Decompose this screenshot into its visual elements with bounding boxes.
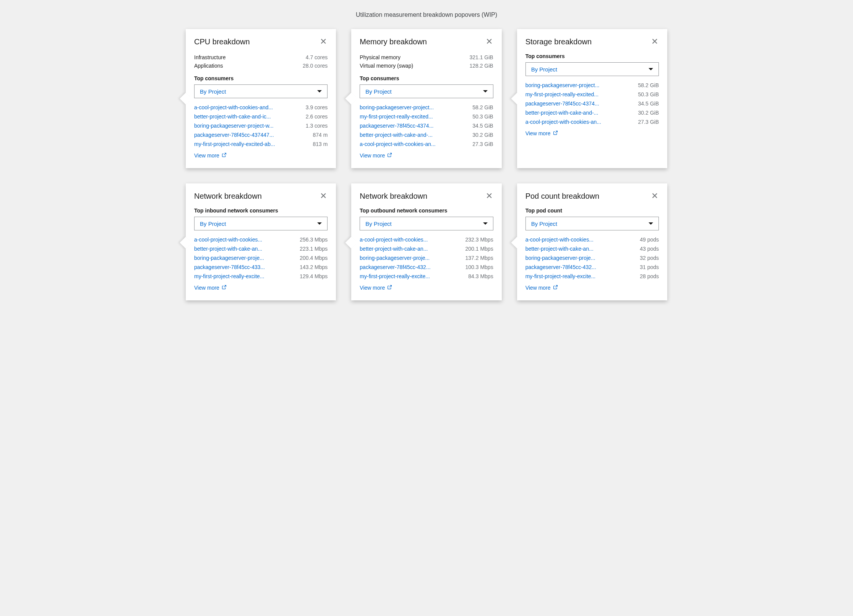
consumer-link[interactable]: a-cool-project-with-cookies... xyxy=(360,237,461,243)
group-by-select[interactable]: By Project xyxy=(194,84,328,98)
consumer-value: 84.3 Mbps xyxy=(468,273,493,279)
consumer-link[interactable]: my-first-project-really-excite... xyxy=(360,273,464,279)
group-by-select[interactable]: By Project xyxy=(525,217,659,230)
consumer-row: better-project-with-cake-and-...30.2 GiB xyxy=(360,130,493,139)
view-more-link[interactable]: View more xyxy=(194,285,227,291)
summary-label: Physical memory xyxy=(360,54,401,60)
consumer-value: 58.2 GiB xyxy=(638,82,659,88)
consumer-link[interactable]: a-cool-project-with-cookies-and... xyxy=(194,104,302,110)
summary-label: Applications xyxy=(194,63,223,69)
section-label: Top consumers xyxy=(194,75,328,81)
consumer-value: 58.2 GiB xyxy=(472,104,493,110)
popover-grid: CPU breakdown✕Infrastructure4.7 coresApp… xyxy=(186,29,667,300)
consumer-value: 232.3 Mbps xyxy=(465,237,493,243)
summary-label: Virtual memory (swap) xyxy=(360,63,413,69)
popover-storage: Storage breakdown✕Top consumersBy Projec… xyxy=(517,29,667,168)
close-icon[interactable]: ✕ xyxy=(650,37,659,46)
consumer-link[interactable]: packageserver-78f45cc-4374... xyxy=(525,101,634,107)
consumer-link[interactable]: packageserver-78f45cc-432... xyxy=(360,264,461,270)
external-link-icon xyxy=(222,152,227,159)
consumer-value: 223.1 Mbps xyxy=(300,246,328,252)
consumer-value: 28 pods xyxy=(640,273,659,279)
view-more-link[interactable]: View more xyxy=(194,152,227,159)
consumer-row: packageserver-78f45cc-4374...34.5 GiB xyxy=(360,121,493,130)
consumer-link[interactable]: packageserver-78f45cc-432... xyxy=(525,264,636,270)
consumer-link[interactable]: my-first-project-really-excited-ab... xyxy=(194,141,309,147)
summary-row: Virtual memory (swap)128.2 GiB xyxy=(360,62,493,70)
consumer-link[interactable]: my-first-project-really-excite... xyxy=(194,273,296,279)
consumer-value: 256.3 Mbps xyxy=(300,237,328,243)
consumer-value: 49 pods xyxy=(640,237,659,243)
consumer-row: boring-packageserver-proje...32 pods xyxy=(525,253,659,263)
close-icon[interactable]: ✕ xyxy=(319,37,328,46)
consumer-link[interactable]: packageserver-78f45cc-4374... xyxy=(360,123,469,129)
consumer-link[interactable]: boring-packageserver-proje... xyxy=(525,255,636,261)
view-more-link[interactable]: View more xyxy=(525,285,558,291)
chevron-down-icon xyxy=(483,90,488,92)
consumer-link[interactable]: better-project-with-cake-and-... xyxy=(360,132,469,138)
consumer-row: packageserver-78f45cc-432...100.3 Mbps xyxy=(360,263,493,272)
view-more-label: View more xyxy=(360,152,385,159)
consumer-link[interactable]: my-first-project-really-excite... xyxy=(525,273,636,279)
popover-memory: Memory breakdown✕Physical memory321.1 Gi… xyxy=(351,29,501,168)
consumer-link[interactable]: better-project-with-cake-an... xyxy=(194,246,296,252)
consumer-row: packageserver-78f45cc-437447...874 m xyxy=(194,130,328,139)
popover-net-in: Network breakdown✕Top inbound network co… xyxy=(186,183,336,300)
group-by-select[interactable]: By Project xyxy=(194,217,328,230)
consumer-link[interactable]: my-first-project-really-excited... xyxy=(360,113,469,120)
consumer-link[interactable]: a-cool-project-with-cookies-an... xyxy=(525,119,634,125)
select-label: By Project xyxy=(200,220,226,227)
card-header: CPU breakdown✕ xyxy=(194,37,328,46)
view-more-link[interactable]: View more xyxy=(360,152,392,159)
consumer-value: 143.2 Mbps xyxy=(300,264,328,270)
view-more-link[interactable]: View more xyxy=(525,130,558,136)
consumer-link[interactable]: boring-packageserver-proje... xyxy=(194,255,296,261)
consumer-row: packageserver-78f45cc-432...31 pods xyxy=(525,263,659,272)
consumer-link[interactable]: boring-packageserver-project... xyxy=(360,104,469,110)
external-link-icon xyxy=(553,285,558,291)
select-label: By Project xyxy=(365,88,391,95)
close-icon[interactable]: ✕ xyxy=(319,192,328,200)
summary-value: 4.7 cores xyxy=(306,54,328,60)
consumer-link[interactable]: boring-packageserver-project... xyxy=(525,82,634,88)
consumer-link[interactable]: better-project-with-cake-and-... xyxy=(525,110,634,116)
consumer-value: 34.5 GiB xyxy=(472,123,493,129)
view-more-label: View more xyxy=(194,285,219,291)
consumer-link[interactable]: better-project-with-cake-an... xyxy=(525,246,636,252)
group-by-select[interactable]: By Project xyxy=(360,217,493,230)
consumer-row: better-project-with-cake-an...200.1 Mbps xyxy=(360,244,493,253)
card-header: Network breakdown✕ xyxy=(360,192,493,201)
consumer-row: a-cool-project-with-cookies-an...27.3 Gi… xyxy=(360,139,493,149)
consumer-link[interactable]: a-cool-project-with-cookies... xyxy=(525,237,636,243)
consumer-link[interactable]: packageserver-78f45cc-433... xyxy=(194,264,296,270)
consumer-link[interactable]: a-cool-project-with-cookies-an... xyxy=(360,141,469,147)
close-icon[interactable]: ✕ xyxy=(485,192,493,200)
consumer-value: 30.2 GiB xyxy=(472,132,493,138)
consumer-link[interactable]: boring-packageserver-project-w... xyxy=(194,123,302,129)
consumer-row: my-first-project-really-excited-ab...813… xyxy=(194,139,328,149)
view-more-link[interactable]: View more xyxy=(360,285,392,291)
external-link-icon xyxy=(222,285,227,291)
consumer-link[interactable]: a-cool-project-with-cookies... xyxy=(194,237,296,243)
popover-net-out: Network breakdown✕Top outbound network c… xyxy=(351,183,501,300)
summary-row: Infrastructure4.7 cores xyxy=(194,53,328,62)
card-title: Pod count breakdown xyxy=(525,192,599,201)
consumer-value: 2.6 cores xyxy=(306,113,328,120)
consumer-link[interactable]: boring-packageserver-proje... xyxy=(360,255,461,261)
consumer-value: 32 pods xyxy=(640,255,659,261)
group-by-select[interactable]: By Project xyxy=(525,62,659,76)
consumer-row: packageserver-78f45cc-4374...34.5 GiB xyxy=(525,99,659,108)
chevron-down-icon xyxy=(317,222,322,225)
close-icon[interactable]: ✕ xyxy=(650,192,659,200)
consumer-link[interactable]: better-project-with-cake-an... xyxy=(360,246,461,252)
consumer-link[interactable]: better-project-with-cake-and-ic... xyxy=(194,113,302,120)
group-by-select[interactable]: By Project xyxy=(360,84,493,98)
consumer-link[interactable]: packageserver-78f45cc-437447... xyxy=(194,132,309,138)
close-icon[interactable]: ✕ xyxy=(485,37,493,46)
external-link-icon xyxy=(387,152,392,159)
section-label: Top outbound network consumers xyxy=(360,207,493,214)
summary-value: 128.2 GiB xyxy=(469,63,493,69)
consumer-row: a-cool-project-with-cookies-an...27.3 Gi… xyxy=(525,117,659,126)
consumer-row: packageserver-78f45cc-433...143.2 Mbps xyxy=(194,263,328,272)
consumer-link[interactable]: my-first-project-really-excited... xyxy=(525,91,634,97)
